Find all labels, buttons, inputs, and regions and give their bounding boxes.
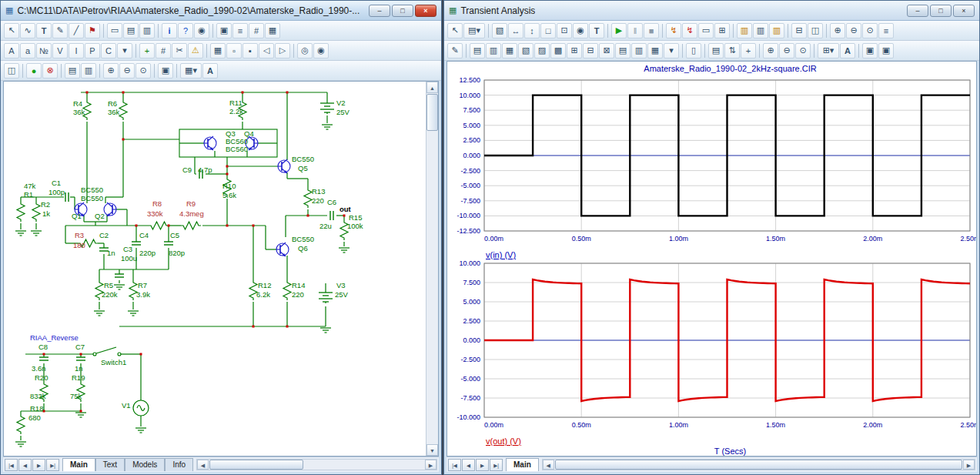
nav-button-2[interactable]: ▶ <box>32 459 45 471</box>
scroll-left-arrow[interactable]: ◀ <box>197 460 209 470</box>
copy-graph-button[interactable]: ▤ <box>708 43 724 59</box>
attribute-text-button[interactable]: A <box>4 43 19 59</box>
repeat-find-button[interactable]: ◉ <box>313 43 329 59</box>
stop-analysis-button[interactable]: ⊗ <box>42 63 58 79</box>
find-button[interactable]: ◎ <box>297 43 313 59</box>
tile-vertical-button[interactable]: ◫ <box>808 23 823 38</box>
help-mode-button[interactable]: ? <box>178 23 193 38</box>
color-palette-button[interactable]: ▦▾ <box>180 63 202 79</box>
stepping-button[interactable]: ⊞ <box>714 23 730 38</box>
copy-stack-2-button[interactable]: ▥ <box>81 63 96 79</box>
breaker-digital-button[interactable]: ↯ <box>682 23 697 38</box>
schematic-titlebar[interactable]: ▦ C:\MC11\DATA\Petrov\RIAA\Amaterske_Rad… <box>1 1 441 21</box>
stop-button[interactable]: ■ <box>644 23 659 38</box>
analysis-titlebar[interactable]: ▦ Transient Analysis – □ × <box>444 1 979 21</box>
breaker-analog-button[interactable]: ↯ <box>666 23 681 38</box>
horizontal-grid-button[interactable]: ▤ <box>470 43 485 59</box>
minor-grid-button[interactable]: ▦ <box>502 43 517 59</box>
scope-probe-mode-button[interactable]: ◉ <box>194 23 209 38</box>
nav-button-1[interactable]: ◀ <box>462 459 475 471</box>
page-button[interactable]: ▯ <box>686 43 701 59</box>
grid-dropdown-button[interactable]: ⊞▾ <box>818 43 839 59</box>
text-mode-button[interactable]: T <box>589 23 604 38</box>
scroll-right-arrow[interactable]: ▶ <box>425 460 436 470</box>
scroll-down-arrow[interactable]: ▼ <box>426 444 438 456</box>
vout-curve-label[interactable]: v(out) (V) <box>486 437 976 447</box>
nav-button-3[interactable]: ▶| <box>490 459 503 471</box>
cursor-position-button[interactable]: + <box>741 43 756 59</box>
open-dropdown-button[interactable]: ▤▾ <box>463 23 485 38</box>
horizontal-scroll-thumb[interactable] <box>555 460 962 470</box>
close-button[interactable]: × <box>415 5 436 17</box>
border-toggle-button[interactable]: ▦ <box>265 23 280 38</box>
picture-mode-button[interactable]: ▣ <box>216 23 232 38</box>
horizontal-scroll-thumb[interactable] <box>209 460 303 470</box>
tracker-horizontal-button[interactable]: ▨ <box>534 43 550 59</box>
send-back-button[interactable]: ▣ <box>878 43 894 59</box>
nav-button-3[interactable]: ▶| <box>46 459 59 471</box>
limits-button[interactable]: ▭ <box>698 23 714 38</box>
select-arrow-button[interactable]: ↖ <box>4 23 19 38</box>
info-mode-button[interactable]: i <box>162 23 177 38</box>
copy-to-stack-button[interactable]: ▤ <box>65 63 80 79</box>
zoom-out-button[interactable]: ⊖ <box>846 23 861 38</box>
zoom-x-axis-button[interactable]: ↔ <box>508 23 523 38</box>
pin-connections-button[interactable]: + <box>139 43 155 59</box>
vertical-grid-button[interactable]: ▥ <box>486 43 501 59</box>
report-mode-button[interactable]: ≡ <box>232 23 248 38</box>
nav-button-1[interactable]: ◀ <box>18 459 32 471</box>
tile-horizontal-button[interactable]: ⊟ <box>791 23 807 38</box>
scroll-left-arrow[interactable]: ◀ <box>543 460 554 470</box>
nav-button-0[interactable]: |◀ <box>448 459 461 471</box>
zoom-out-button[interactable]: ⊖ <box>779 43 794 59</box>
maximize-button[interactable]: □ <box>930 5 952 17</box>
watch-values-button[interactable]: ▥ <box>737 23 752 38</box>
clipboard-paste-button[interactable]: ▥ <box>139 23 155 38</box>
clipboard-copy-button[interactable]: ▤ <box>123 23 139 38</box>
zoom-scale-button[interactable]: ⊙ <box>135 63 151 79</box>
edit-properties-button[interactable]: ✎ <box>447 43 463 59</box>
diagonal-wire-mode-button[interactable]: ╱ <box>69 23 84 38</box>
vin-curve-label[interactable]: v(in) (V) <box>486 250 976 261</box>
normalize-button[interactable]: ⇅ <box>724 43 740 59</box>
three-d-toggle-button[interactable]: ▦ <box>647 43 663 59</box>
zoom-area-button[interactable]: ⊙ <box>862 23 878 38</box>
component-mode-button[interactable]: ▭ <box>107 23 122 38</box>
scroll-up-arrow[interactable]: ▲ <box>426 82 438 93</box>
model-warning-button[interactable]: ⚠ <box>188 43 203 59</box>
graphics-mode-button[interactable]: ✎ <box>52 23 68 38</box>
navigate-prev-button[interactable]: ◁ <box>259 43 274 59</box>
cross-sections-button[interactable]: ✂ <box>172 43 187 59</box>
tab-main[interactable]: Main <box>506 458 539 471</box>
zoom-y-axis-button[interactable]: ↕ <box>524 23 540 38</box>
properties-button[interactable]: ▧ <box>492 23 507 38</box>
nav-button-2[interactable]: ▶ <box>476 459 489 471</box>
baseline-toggle-button[interactable]: ▧ <box>518 43 533 59</box>
restore-scale-button[interactable]: ⊡ <box>557 23 572 38</box>
camera-capture-button[interactable]: ▣ <box>158 63 173 79</box>
window-split-button[interactable]: ◫ <box>4 63 19 79</box>
vin-plot-canvas[interactable]: 12.50010.0007.5005.0002.5000.000-2.500-5… <box>447 76 977 247</box>
new-page-button[interactable]: ▫ <box>226 43 242 59</box>
font-button[interactable]: A <box>202 63 218 79</box>
power-terms-button[interactable]: P <box>85 43 100 59</box>
bring-front-button[interactable]: ▣ <box>862 43 878 59</box>
grid-toggle-button[interactable]: # <box>249 23 264 38</box>
grid-snap-button[interactable]: ▦ <box>210 43 226 59</box>
ruler-toggle-button[interactable]: ⊟ <box>583 43 598 59</box>
tab-info[interactable]: Info <box>165 458 193 471</box>
zoom-in-button[interactable]: ⊕ <box>103 63 119 79</box>
auto-scale-button[interactable]: □ <box>540 23 556 38</box>
branch-currents-button[interactable]: I <box>69 43 84 59</box>
watch-probe-button[interactable]: ▥ <box>769 23 784 38</box>
display-dropdown-button[interactable]: ▾ <box>664 43 679 59</box>
redraw-button[interactable]: ≡ <box>878 23 894 38</box>
conditions-button[interactable]: C <box>101 43 116 59</box>
wire-mode-button[interactable]: ∿ <box>20 23 35 38</box>
data-points-button[interactable]: ⊞ <box>567 43 582 59</box>
watch-nodes-button[interactable]: ▥ <box>753 23 768 38</box>
scope-mode-button[interactable]: ◉ <box>573 23 588 38</box>
pause-button[interactable]: ‖ <box>627 23 643 38</box>
vout-plot-canvas[interactable]: 10.0007.5005.0002.5000.000-2.500-5.000-7… <box>447 261 977 433</box>
maximize-button[interactable]: □ <box>392 5 413 17</box>
